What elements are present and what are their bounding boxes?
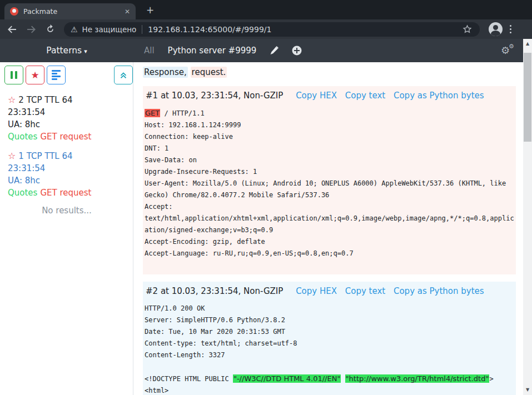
browser-tab-bar: Packmate ✕ + (0, 0, 532, 19)
stream-title: 1 TCP TTL 64 (18, 151, 72, 161)
add-pattern-icon[interactable] (292, 46, 302, 56)
stream-ua: UA: 8hc (8, 118, 127, 131)
pattern-tag-get-request: GET request (40, 188, 91, 198)
stream-list-item-selected[interactable]: ☆1 TCP TTL 64 23:31:54 UA: 8hc QuotesGET… (8, 150, 127, 199)
sidebar-toolbar: ★ (4, 66, 66, 84)
address-bar[interactable]: ⚠ Не защищено 192.168.1.124:65000/#/9999… (64, 22, 480, 37)
packet-id: #2 at 10.03, 23:31:54, Non-GZIP (146, 286, 283, 296)
packet-card-response: #2 at 10.03, 23:31:54, Non-GZIP Copy HEX… (143, 282, 516, 395)
packet-header: #1 at 10.03, 23:31:54, Non-GZIP Copy HEX… (145, 91, 514, 101)
interface-tabs: All Python server #9999 (144, 46, 302, 56)
packet-view: Response, request. #1 at 10.03, 23:31:54… (134, 62, 523, 395)
list-filter-button[interactable] (47, 66, 66, 84)
packet-id: #1 at 10.03, 23:31:54, Non-GZIP (146, 91, 283, 101)
packmate-favicon (10, 7, 18, 16)
caret-down-icon: ▾ (84, 48, 87, 55)
copy-hex-link[interactable]: Copy HEX (296, 91, 337, 101)
scroll-up-icon[interactable]: ▲ (523, 40, 532, 48)
pattern-tag-quotes: Quotes (8, 132, 37, 142)
new-tab-button[interactable]: + (143, 5, 157, 16)
pattern-tag-get-request: GET request (40, 132, 91, 142)
scroll-down-icon[interactable]: ▼ (523, 386, 532, 394)
app-navbar: Patterns▾ All Python server #9999 ⚙⚙ (0, 39, 523, 62)
tab-all[interactable]: All (144, 46, 155, 56)
stream-title: 2 TCP TTL 64 (18, 95, 72, 105)
patterns-legend: Response, request. (143, 67, 227, 77)
copy-text-link[interactable]: Copy text (345, 286, 385, 296)
tab-python-server[interactable]: Python server #9999 (168, 46, 257, 56)
browser-toolbar: ⚠ Не защищено 192.168.1.124:65000/#/9999… (0, 19, 532, 39)
packet-card-request: #1 at 10.03, 23:31:54, Non-GZIP Copy HEX… (143, 86, 516, 274)
scrollbar-thumb[interactable] (524, 53, 531, 142)
packet-header: #2 at 10.03, 23:31:54, Non-GZIP Copy HEX… (145, 286, 514, 296)
packet-actions: Copy HEX Copy text Copy as Python bytes (290, 91, 484, 101)
profile-avatar-icon[interactable] (489, 22, 503, 36)
copy-python-bytes-link[interactable]: Copy as Python bytes (394, 286, 484, 296)
stream-list-item[interactable]: ☆2 TCP TTL 64 23:31:54 UA: 8hc QuotesGET… (8, 94, 127, 143)
not-secure-warning-icon: ⚠ (71, 25, 78, 34)
stream-time: 23:31:54 (8, 162, 127, 174)
tab-close-icon[interactable]: ✕ (125, 8, 130, 16)
packet-actions: Copy HEX Copy text Copy as Python bytes (290, 286, 484, 296)
browser-menu-icon[interactable] (510, 25, 512, 33)
stream-time: 23:31:54 (8, 106, 127, 118)
forward-icon[interactable] (25, 23, 37, 36)
stream-ua: UA: 8hc (8, 174, 127, 187)
lines-icon (52, 70, 61, 80)
favorites-filter-button[interactable]: ★ (26, 66, 44, 84)
collapse-sidebar-button[interactable] (114, 66, 133, 84)
no-results-label: No results... (0, 206, 133, 216)
favorite-star-icon[interactable]: ☆ (8, 94, 16, 105)
url-text[interactable]: 192.168.1.124:65000/#/9999/1 (148, 25, 461, 34)
browser-tab-title: Packmate (23, 7, 125, 16)
edit-pencil-icon[interactable] (270, 46, 279, 55)
browser-tab[interactable]: Packmate ✕ (4, 3, 136, 19)
settings-gears-icon[interactable]: ⚙⚙ (501, 44, 515, 57)
legend-response-chip: Response, (143, 67, 188, 78)
favorite-star-icon[interactable]: ☆ (8, 151, 16, 161)
copy-text-link[interactable]: Copy text (345, 91, 385, 101)
pause-capture-button[interactable] (4, 66, 23, 84)
packet-payload: GET / HTTP/1.1Host: 192.168.1.124:9999Co… (145, 107, 514, 259)
page-scrollbar[interactable]: ▲ ▼ (523, 39, 532, 395)
packet-payload: HTTP/1.0 200 OKServer: SimpleHTTP/0.6 Py… (145, 303, 514, 395)
reload-icon[interactable] (44, 23, 56, 36)
security-label[interactable]: Не защищено (82, 25, 137, 34)
bookmark-star-icon[interactable] (461, 23, 473, 36)
pause-icon (11, 71, 17, 79)
app-body: ★ ☆2 TCP TTL 64 23:31:54 UA: 8hc QuotesG… (0, 62, 523, 395)
pattern-tag-quotes: Quotes (8, 188, 37, 198)
stream-sidebar: ★ ☆2 TCP TTL 64 23:31:54 UA: 8hc QuotesG… (0, 62, 133, 395)
star-icon: ★ (31, 71, 39, 80)
omnibox-divider (142, 25, 142, 34)
patterns-dropdown[interactable]: Patterns▾ (0, 46, 133, 56)
patterns-label: Patterns (46, 46, 82, 56)
legend-request-chip: request. (191, 67, 227, 78)
back-icon[interactable] (6, 23, 18, 36)
double-chevron-up-icon (118, 70, 128, 80)
copy-hex-link[interactable]: Copy HEX (296, 286, 337, 296)
copy-python-bytes-link[interactable]: Copy as Python bytes (394, 91, 484, 101)
